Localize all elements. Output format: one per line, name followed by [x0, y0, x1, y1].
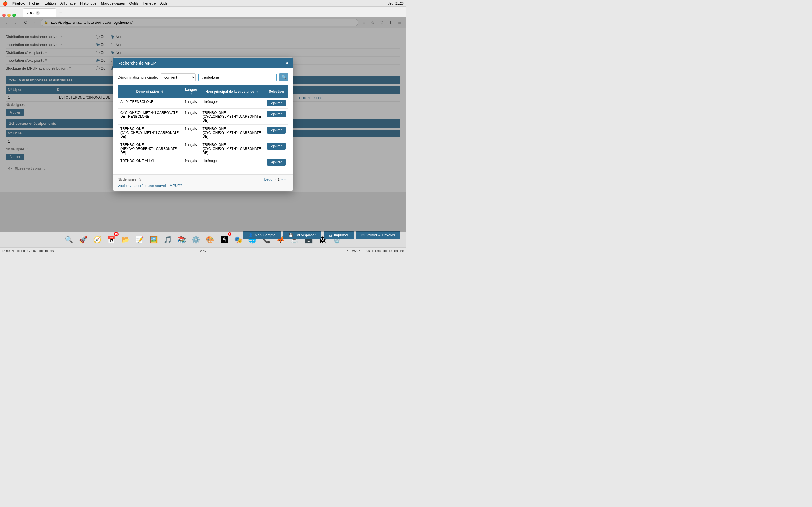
sort-nom-icon[interactable]: ⇅: [256, 90, 259, 93]
status-date: 21/06/2021 · Pas de texte supplémentaire: [346, 249, 404, 252]
system-time: Jeu. 21:23: [388, 1, 404, 5]
calendar-badge: 15: [114, 232, 119, 236]
modal-footer: Nb de lignes : 5 Début < 1 > Fin Voulez …: [113, 174, 293, 191]
pagination-current: 1: [278, 177, 280, 181]
dock-fireworks[interactable]: 🎨: [204, 233, 216, 246]
pagination-row: Nb de lignes : 5 Début < 1 > Fin: [117, 177, 289, 181]
close-window-btn[interactable]: [2, 13, 6, 17]
mon-compte-icon: 👤: [248, 233, 253, 237]
new-tab-btn[interactable]: +: [57, 9, 65, 17]
menu-bar: 🍎 Firefox Fichier Édition Affichage Hist…: [0, 0, 406, 7]
result-langue: français: [182, 141, 200, 157]
sort-langue-icon[interactable]: ⇅: [190, 92, 193, 95]
search-row: Dénomination principale: contient commen…: [117, 73, 289, 81]
pagination-nav: Début < 1 > Fin: [264, 177, 289, 181]
dock-safari[interactable]: 🧭: [91, 233, 103, 246]
menu-aide[interactable]: Aide: [160, 1, 167, 5]
mon-compte-btn[interactable]: 👤 Mon Compte: [243, 231, 281, 239]
result-denomination: ALLYLTRENBOLONE: [117, 98, 182, 109]
pagination-prev[interactable]: <: [274, 177, 276, 181]
ajouter-result-btn[interactable]: Ajouter: [267, 100, 286, 107]
send-icon: ✉: [361, 233, 364, 237]
ajouter-result-btn[interactable]: Ajouter: [267, 111, 286, 117]
minimize-window-btn[interactable]: [7, 13, 11, 17]
result-selection: Ajouter: [264, 141, 289, 157]
result-langue: français: [182, 98, 200, 109]
dock-finder[interactable]: 🔍: [63, 233, 75, 246]
ajouter-result-btn[interactable]: Ajouter: [267, 159, 286, 166]
bottom-action-bar: 👤 Mon Compte 💾 Sauvegarder 🖨 Imprimer ✉ …: [243, 231, 400, 239]
col-nom-principal: Nom principal de la substance ⇅: [200, 86, 264, 98]
dock-photos[interactable]: 🖼️: [147, 233, 160, 246]
nb-lignes-modal: Nb de lignes : 5: [117, 177, 141, 181]
create-new-mpup-link[interactable]: Voulez vous créer une nouvelle MPUP?: [117, 184, 182, 188]
modal-title: Recherche de MPUP: [117, 61, 156, 65]
ajouter-result-btn[interactable]: Ajouter: [267, 143, 286, 150]
menu-marquepages[interactable]: Marque-pages: [101, 1, 125, 5]
modal-overlay: Recherche de MPUP × Dénomination princip…: [0, 17, 406, 231]
search-label: Dénomination principale:: [117, 75, 158, 79]
result-denomination: TRENBOLONE (CYCLOHEXYLMETHYLCARBONATE DE…: [117, 125, 182, 141]
modal-header: Recherche de MPUP ×: [113, 58, 293, 68]
result-row: CYCLOHEXYLMETHYLCARBONATE DE TRENBOLONE …: [117, 109, 289, 125]
search-icon: 🔍: [282, 75, 287, 79]
dock-launchpad[interactable]: 🚀: [77, 233, 89, 246]
modal-close-btn[interactable]: ×: [285, 61, 289, 66]
result-nom-principal: TRENBOLONE (CYCLOHEXYLMETHYLCARBONATE DE…: [200, 141, 264, 157]
menu-outils[interactable]: Outils: [129, 1, 139, 5]
dock-sysprefs[interactable]: ⚙️: [190, 233, 202, 246]
result-row: ALLYLTRENBOLONE français altrénogest Ajo…: [117, 98, 289, 109]
status-bar: Done. Not found in 29101 documents. VPN …: [0, 247, 406, 253]
vpn-indicator: VPN: [200, 249, 206, 252]
result-row: TRENBOLONE (HEXAHYDROBENZYLCARBONATE DE)…: [117, 141, 289, 157]
col-denomination: Dénomination ⇅: [117, 86, 182, 98]
ajouter-result-btn[interactable]: Ajouter: [267, 127, 286, 133]
search-btn[interactable]: 🔍: [280, 73, 289, 81]
menu-affichage[interactable]: Affichage: [60, 1, 75, 5]
browser-tab-vdg[interactable]: VDG ×: [22, 8, 56, 17]
pagination-next[interactable]: >: [281, 177, 283, 181]
sauvegarder-btn[interactable]: 💾 Sauvegarder: [283, 231, 320, 239]
dock-files[interactable]: 📂: [119, 233, 132, 246]
traffic-lights: [2, 13, 16, 17]
menu-fichier[interactable]: Fichier: [29, 1, 40, 5]
pagination-debut[interactable]: Début: [264, 177, 273, 181]
result-denomination: TRENBOLONE (HEXAHYDROBENZYLCARBONATE DE): [117, 141, 182, 157]
menu-firefox[interactable]: Firefox: [12, 1, 24, 5]
print-icon: 🖨: [329, 233, 333, 237]
sort-denomination-icon[interactable]: ⇅: [161, 90, 163, 93]
dock-books[interactable]: 📚: [175, 233, 188, 246]
search-input[interactable]: [199, 73, 276, 81]
recherche-mpup-modal: Recherche de MPUP × Dénomination princip…: [113, 57, 293, 191]
result-langue: français: [182, 157, 200, 168]
menu-edition[interactable]: Édition: [45, 1, 56, 5]
menu-historique[interactable]: Historique: [80, 1, 97, 5]
results-table: Dénomination ⇅ Langue ⇅ Nom principal de…: [117, 86, 289, 168]
result-langue: français: [182, 109, 200, 125]
dock-calendar[interactable]: 📅 15: [105, 233, 117, 246]
result-selection: Ajouter: [264, 125, 289, 141]
result-denomination: TRENBOLONE-ALLYL: [117, 157, 182, 168]
result-denomination: CYCLOHEXYLMETHYLCARBONATE DE TRENBOLONE: [117, 109, 182, 125]
maximize-window-btn[interactable]: [12, 13, 16, 17]
apple-menu[interactable]: 🍎: [2, 1, 8, 6]
search-filter-select[interactable]: contient commence par est égal à: [161, 73, 196, 81]
pagination-fin[interactable]: Fin: [284, 177, 289, 181]
col-selection: Sélection: [264, 86, 289, 98]
dock-appstore[interactable]: 🅰 3: [218, 233, 231, 246]
appstore-badge: 3: [228, 232, 232, 236]
dock-music[interactable]: 🎵: [161, 233, 174, 246]
valider-btn[interactable]: ✉ Valider & Envoyer: [356, 231, 400, 239]
dock-photoshop[interactable]: 🎭: [232, 233, 245, 246]
result-selection: Ajouter: [264, 109, 289, 125]
result-nom-principal: TRENBOLONE (CYCLOHEXYLMETHYLCARBONATE DE…: [200, 125, 264, 141]
result-row: TRENBOLONE (CYCLOHEXYLMETHYLCARBONATE DE…: [117, 125, 289, 141]
menu-fenetre[interactable]: Fenêtre: [143, 1, 156, 5]
result-nom-principal: TRENBOLONE (CYCLOHEXYLMETHYLCARBONATE DE…: [200, 109, 264, 125]
tab-label: VDG: [26, 11, 34, 15]
result-langue: français: [182, 125, 200, 141]
tab-close-btn[interactable]: ×: [36, 11, 40, 15]
imprimer-btn[interactable]: 🖨 Imprimer: [324, 231, 354, 239]
result-row: TRENBOLONE-ALLYL français altrénogest Aj…: [117, 157, 289, 168]
dock-notes[interactable]: 📝: [133, 233, 146, 246]
